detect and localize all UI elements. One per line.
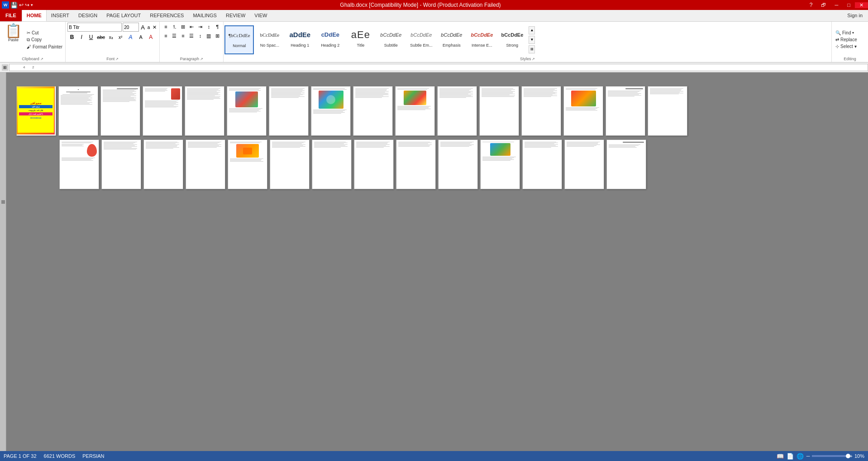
page-thumb-25[interactable] (396, 139, 436, 189)
font-shrink-button[interactable]: a (147, 25, 151, 30)
multilevel-list-button[interactable]: ⊞ (179, 23, 187, 31)
styles-scroll-up[interactable]: ▲ (529, 26, 535, 34)
page-thumb-4[interactable] (143, 86, 182, 136)
tab-file[interactable]: FILE (0, 10, 22, 21)
increase-indent-button[interactable]: ⇥ (196, 23, 204, 31)
tab-references[interactable]: REFERENCES (145, 10, 188, 21)
page-thumb-21[interactable] (228, 139, 267, 189)
style-intense-em[interactable]: bCcDdEe Intense E... (467, 25, 496, 54)
subscript-button[interactable]: x₂ (106, 33, 115, 42)
clear-format-button[interactable]: ✕ (152, 24, 157, 30)
help-button[interactable]: ? (806, 2, 816, 8)
page-thumb-5[interactable] (185, 86, 224, 136)
style-strong[interactable]: bCcDdEe Strong (497, 25, 527, 54)
print-layout-button[interactable]: 📄 (787, 453, 794, 460)
tab-pagelayout[interactable]: PAGE LAYOUT (102, 10, 145, 21)
tab-mailings[interactable]: MAILINGS (188, 10, 221, 21)
page-thumb-23[interactable] (312, 139, 352, 189)
page-thumb-22[interactable] (270, 139, 310, 189)
page-thumb-8[interactable] (311, 86, 351, 136)
style-heading2[interactable]: cDdEe Heading 2 (315, 25, 345, 54)
superscript-button[interactable]: x² (116, 33, 125, 42)
italic-button[interactable]: I (77, 33, 86, 42)
underline-button[interactable]: U (86, 33, 95, 42)
format-painter-button[interactable]: 🖌 Format Painter (26, 44, 63, 50)
quick-undo[interactable]: ↩ (19, 2, 24, 8)
page-thumb-27[interactable] (480, 139, 520, 189)
page-thumb-13[interactable] (521, 86, 561, 136)
page-thumb-15[interactable] (606, 86, 645, 136)
styles-more[interactable]: ⊞ (529, 45, 535, 53)
tab-insert[interactable]: INSERT (47, 10, 74, 21)
font-grow-button[interactable]: A (140, 24, 146, 31)
page-thumb-12[interactable] (479, 86, 519, 136)
read-mode-button[interactable]: 📖 (777, 453, 784, 460)
style-emphasis[interactable]: bCcDdEe Emphasis (437, 25, 466, 54)
web-layout-button[interactable]: 🌐 (796, 453, 804, 460)
copy-button[interactable]: ⧉ Copy (26, 37, 63, 43)
page-thumb-1[interactable]: تحقیق آنلاین مرجع دانلود پایان نامه - پا… (16, 86, 56, 136)
find-button[interactable]: 🔍 Find ▾ (835, 30, 864, 35)
page-thumb-19[interactable] (143, 139, 183, 189)
style-normal[interactable]: ¶bCcDdEe Normal (224, 25, 254, 54)
signin-link[interactable]: Sign in (842, 10, 868, 21)
page-thumb-18[interactable] (101, 139, 141, 189)
zoom-slider[interactable] (812, 455, 848, 457)
bullets-button[interactable]: ≡ (162, 23, 170, 31)
page-thumb-16[interactable] (648, 86, 687, 136)
paste-button[interactable]: 📋 Paste (2, 23, 25, 57)
page-thumb-3[interactable] (100, 86, 140, 136)
maximize-button[interactable]: □ (843, 2, 855, 8)
close-button[interactable]: ✕ (855, 2, 868, 8)
page-thumb-11[interactable] (437, 86, 477, 136)
page-thumb-9[interactable] (353, 86, 393, 136)
style-nospace[interactable]: bCcDdEe No Spac... (255, 25, 284, 54)
font-size-input[interactable] (123, 23, 139, 32)
page-thumb-10[interactable] (395, 86, 435, 136)
line-spacing-button[interactable]: ↕ (196, 32, 204, 40)
document-area[interactable]: تحقیق آنلاین مرجع دانلود پایان نامه - پا… (0, 72, 868, 451)
borders-button[interactable]: ⊞ (213, 32, 221, 40)
restore-button[interactable]: 🗗 (816, 2, 830, 8)
bold-button[interactable]: B (67, 33, 76, 42)
align-center-button[interactable]: ☰ (170, 32, 178, 40)
ruler-corner[interactable]: ⊞ (2, 64, 8, 71)
page-thumb-20[interactable] (186, 139, 225, 189)
tab-design[interactable]: DESIGN (74, 10, 102, 21)
tab-view[interactable]: VIEW (250, 10, 272, 21)
strikethrough-button[interactable]: abc (96, 33, 106, 42)
justify-button[interactable]: ☰ (187, 32, 196, 40)
numbering-button[interactable]: ⒈ (170, 23, 178, 31)
decrease-indent-button[interactable]: ⇤ (187, 23, 196, 31)
clipboard-arrow[interactable]: ↗ (40, 57, 43, 61)
style-subtitle[interactable]: bCcDdEe Subtitle (376, 25, 405, 54)
styles-arrow[interactable]: ↗ (532, 57, 535, 61)
select-button[interactable]: ⊹ Select ▾ (835, 44, 864, 49)
page-thumb-26[interactable] (438, 139, 478, 189)
page-thumb-24[interactable] (354, 139, 394, 189)
page-thumb-7[interactable] (269, 86, 309, 136)
replace-button[interactable]: ⇄ Replace (835, 37, 864, 42)
tab-review[interactable]: REVIEW (221, 10, 250, 21)
font-color-button[interactable]: A (146, 33, 155, 42)
align-left-button[interactable]: ≡ (162, 32, 170, 40)
minimize-button[interactable]: ─ (830, 2, 843, 8)
style-heading1[interactable]: aDdEe Heading 1 (285, 25, 315, 54)
paragraph-arrow[interactable]: ↗ (200, 57, 203, 61)
quick-dropdown[interactable]: ▾ (31, 3, 33, 7)
page-thumb-17[interactable] (59, 139, 99, 189)
page-thumb-29[interactable] (564, 139, 604, 189)
align-right-button[interactable]: ≡ (179, 32, 187, 40)
font-arrow[interactable]: ↗ (115, 57, 119, 61)
font-name-input[interactable] (67, 23, 122, 32)
highlight-color-button[interactable]: A (136, 33, 146, 42)
quick-save[interactable]: 💾 (10, 2, 18, 9)
cut-button[interactable]: ✂ Cut (26, 30, 63, 36)
style-title[interactable]: aEe Title (346, 25, 375, 54)
text-effects-button[interactable]: A (125, 33, 135, 42)
page-thumb-14[interactable] (563, 86, 603, 136)
shading-button[interactable]: ▥ (205, 32, 213, 40)
show-marks-button[interactable]: ¶ (213, 23, 221, 31)
page-thumb-2[interactable]: ● (58, 86, 98, 136)
page-thumb-6[interactable] (227, 86, 267, 136)
